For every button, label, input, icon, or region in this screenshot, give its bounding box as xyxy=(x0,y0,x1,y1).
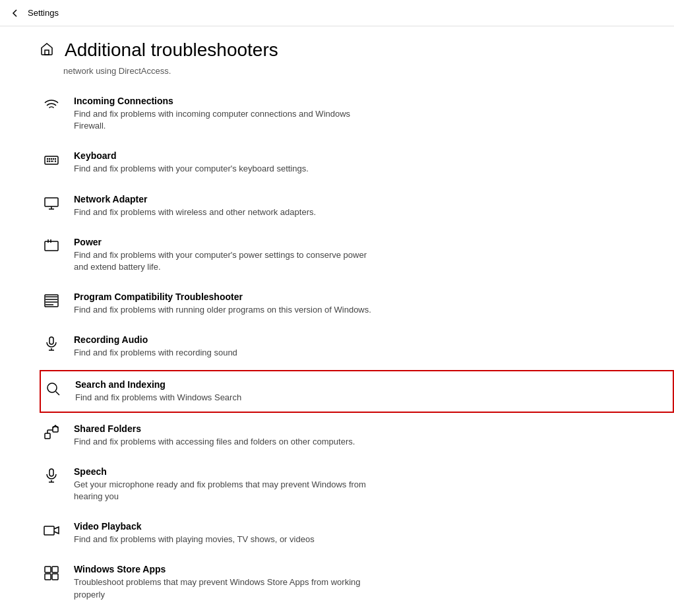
svg-rect-1 xyxy=(45,156,58,164)
title-bar: Settings xyxy=(0,0,674,26)
video-icon xyxy=(40,522,63,538)
svg-point-14 xyxy=(53,159,54,160)
svg-point-11 xyxy=(47,159,48,160)
svg-rect-43 xyxy=(52,567,58,572)
mic-icon xyxy=(40,468,63,483)
keyboard-icon xyxy=(40,152,63,168)
item-desc-program-compatibility: Find and fix problems with running older… xyxy=(74,304,371,316)
troubleshooter-item-speech[interactable]: Speech Get your microphone ready and fix… xyxy=(40,457,674,512)
page-header: Additional troubleshooters xyxy=(40,26,674,66)
svg-point-16 xyxy=(47,161,48,162)
troubleshooter-item-search-indexing[interactable]: Search and Indexing Find and fix problem… xyxy=(40,370,674,413)
svg-rect-20 xyxy=(45,198,58,206)
list-icon xyxy=(40,293,63,309)
store-icon xyxy=(40,565,63,581)
shared-icon xyxy=(40,425,63,441)
item-text-recording-audio: Recording Audio Find and fix problems wi… xyxy=(74,334,237,359)
svg-rect-0 xyxy=(45,50,49,55)
svg-line-35 xyxy=(56,391,60,395)
item-text-search-indexing: Search and Indexing Find and fix problem… xyxy=(75,379,241,404)
item-text-power: Power Find and fix problems with your co… xyxy=(74,237,377,273)
troubleshooter-item-windows-store-apps[interactable]: Windows Store Apps Troubleshoot problems… xyxy=(40,555,674,609)
svg-rect-31 xyxy=(49,337,53,344)
item-text-network-adapter: Network Adapter Find and fix problems wi… xyxy=(74,194,316,218)
troubleshooter-item-keyboard[interactable]: Keyboard Find and fix problems with your… xyxy=(40,141,674,184)
item-desc-recording-audio: Find and fix problems with recording sou… xyxy=(74,347,237,359)
item-desc-search-indexing: Find and fix problems with Windows Searc… xyxy=(75,392,241,404)
item-text-incoming-connections: Incoming Connections Find and fix proble… xyxy=(74,96,377,132)
item-desc-keyboard: Find and fix problems with your computer… xyxy=(74,163,309,175)
item-title-recording-audio: Recording Audio xyxy=(74,334,237,345)
monitor-icon xyxy=(40,195,63,211)
item-desc-network-adapter: Find and fix problems with wireless and … xyxy=(74,206,316,218)
svg-rect-42 xyxy=(45,567,51,572)
page-title: Additional troubleshooters xyxy=(65,40,278,61)
svg-point-13 xyxy=(51,159,52,160)
item-text-windows-store-apps: Windows Store Apps Troubleshoot problems… xyxy=(74,564,377,600)
item-title-incoming-connections: Incoming Connections xyxy=(74,96,377,106)
troubleshooter-item-recording-audio[interactable]: Recording Audio Find and fix problems wi… xyxy=(40,325,674,368)
search-icon xyxy=(41,381,65,396)
item-title-search-indexing: Search and Indexing xyxy=(75,379,241,390)
item-title-power: Power xyxy=(74,237,377,247)
item-text-video-playback: Video Playback Find and fix problems wit… xyxy=(74,521,315,545)
svg-point-17 xyxy=(49,161,50,162)
svg-rect-44 xyxy=(45,574,51,580)
main-content: Additional troubleshooters network using… xyxy=(40,26,674,616)
item-title-program-compatibility: Program Compatibility Troubleshooter xyxy=(74,292,371,302)
troubleshooter-item-program-compatibility[interactable]: Program Compatibility Troubleshooter Fin… xyxy=(40,282,674,325)
item-title-video-playback: Video Playback xyxy=(74,521,315,532)
svg-point-12 xyxy=(49,159,50,160)
svg-rect-38 xyxy=(49,469,53,476)
item-desc-power: Find and fix problems with your computer… xyxy=(74,249,377,273)
item-title-shared-folders: Shared Folders xyxy=(74,423,355,434)
item-text-keyboard: Keyboard Find and fix problems with your… xyxy=(74,150,309,175)
mic-icon xyxy=(40,336,63,352)
app-title: Settings xyxy=(28,8,59,18)
home-icon xyxy=(40,42,54,59)
svg-rect-36 xyxy=(45,433,50,439)
item-title-network-adapter: Network Adapter xyxy=(74,194,316,204)
back-button[interactable] xyxy=(11,9,20,18)
svg-rect-23 xyxy=(45,241,58,251)
svg-rect-45 xyxy=(52,574,58,580)
troubleshooter-item-shared-folders[interactable]: Shared Folders Find and fix problems wit… xyxy=(40,414,674,457)
troubleshooter-item-incoming-connections[interactable]: Incoming Connections Find and fix proble… xyxy=(40,86,674,141)
item-text-speech: Speech Get your microphone ready and fix… xyxy=(74,466,377,503)
item-title-speech: Speech xyxy=(74,466,377,477)
item-title-keyboard: Keyboard xyxy=(74,150,309,161)
troubleshooter-item-video-playback[interactable]: Video Playback Find and fix problems wit… xyxy=(40,512,674,555)
troubleshooter-item-network-adapter[interactable]: Network Adapter Find and fix problems wi… xyxy=(40,185,674,228)
item-desc-shared-folders: Find and fix problems with accessing fil… xyxy=(74,436,355,448)
item-desc-video-playback: Find and fix problems with playing movie… xyxy=(74,534,315,545)
item-desc-speech: Get your microphone ready and fix proble… xyxy=(74,479,377,503)
item-desc-incoming-connections: Find and fix problems with incoming comp… xyxy=(74,108,377,132)
troubleshooter-item-power[interactable]: Power Find and fix problems with your co… xyxy=(40,228,674,282)
page-subtitle: network using DirectAccess. xyxy=(40,66,674,76)
item-desc-windows-store-apps: Troubleshoot problems that may prevent W… xyxy=(74,576,377,600)
troubleshooter-list: Incoming Connections Find and fix proble… xyxy=(40,86,674,610)
svg-rect-41 xyxy=(44,526,54,535)
item-text-program-compatibility: Program Compatibility Troubleshooter Fin… xyxy=(74,292,371,316)
item-text-shared-folders: Shared Folders Find and fix problems wit… xyxy=(74,423,355,448)
item-title-windows-store-apps: Windows Store Apps xyxy=(74,564,377,574)
power-icon xyxy=(40,238,63,254)
svg-point-18 xyxy=(55,161,56,162)
svg-point-34 xyxy=(47,383,57,392)
svg-point-15 xyxy=(55,159,56,160)
wifi-icon xyxy=(40,97,63,113)
